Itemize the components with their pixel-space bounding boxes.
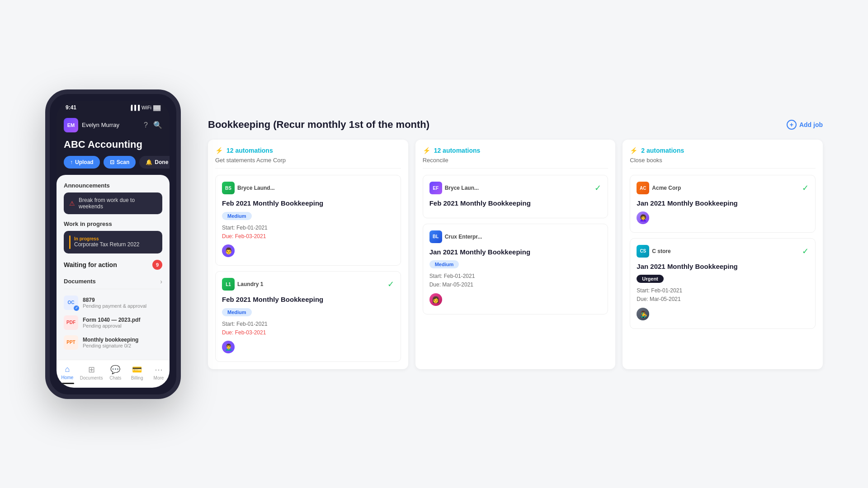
documents-label: Documents <box>64 278 96 285</box>
nav-more[interactable]: ⋯ More <box>150 365 168 384</box>
job-title-ef-feb: Feb 2021 Monthly Bookkeeping <box>429 199 602 208</box>
client-avatar-l1: L1 <box>222 278 235 291</box>
job-card-bryce-feb[interactable]: BS Bryce Laund... Feb 2021 Monthly Bookk… <box>215 175 401 266</box>
work-item-card[interactable]: In progress Corporate Tax Return 2022 <box>64 231 162 253</box>
doc-item-monthly-bookkeeping[interactable]: PPT Monthly bookkeeping Pending signatur… <box>64 333 162 352</box>
waiting-count-badge: 9 <box>152 260 162 270</box>
job-due-date-overdue: Due: Feb-03-2021 <box>222 232 394 241</box>
job-start-date-bl: Start: Feb-01-2021 <box>429 272 602 281</box>
priority-badge-medium-l1: Medium <box>222 308 252 316</box>
chats-icon: 💬 <box>110 365 120 375</box>
nav-billing-label: Billing <box>131 375 143 380</box>
job-card-bl-jan[interactable]: BL Crux Enterpr... Jan 2021 Monthly Book… <box>423 224 609 314</box>
work-section-title: Work in progress <box>64 221 162 227</box>
app-title: ABC Accounting <box>57 137 170 156</box>
work-item-name: Corporate Tax Return 2022 <box>74 241 157 248</box>
billing-icon: 💳 <box>132 365 142 375</box>
doc-status-form1040: Pending approval <box>83 323 162 328</box>
panel-title: Bookkeeping (Recur monthly 1st of the mo… <box>208 119 429 131</box>
job-title-laundry1-feb: Feb 2021 Monthly Bookkeeping <box>222 295 394 304</box>
documents-section-row[interactable]: Documents › <box>64 274 162 289</box>
battery-icon: ▓▓ <box>153 105 160 110</box>
waiting-title: Waiting for action <box>64 261 117 268</box>
automation-count-col1: 12 automations <box>226 147 273 154</box>
automation-count-col2: 12 automations <box>434 147 481 154</box>
job-title-bryce-feb: Feb 2021 Monthly Bookkeeping <box>222 199 394 208</box>
client-name-bl: Crux Enterpr... <box>445 234 482 240</box>
nav-chats[interactable]: 💬 Chats <box>106 365 124 384</box>
doc-name-8879: 8879 <box>83 297 162 303</box>
nav-home[interactable]: ⌂ Home <box>58 365 76 384</box>
priority-badge-urgent-cs: Urgent <box>637 275 663 283</box>
bookkeeping-panel: Bookkeeping (Recur monthly 1st of the mo… <box>208 119 823 369</box>
nav-more-label: More <box>154 375 164 380</box>
completed-check-icon-ef: ✓ <box>594 183 601 193</box>
job-start-date: Start: Feb-01-2021 <box>222 224 394 232</box>
nav-documents[interactable]: ⊞ Documents <box>80 365 103 384</box>
job-due-date-cs: Due: Mar-05-2021 <box>637 295 809 304</box>
column-close-books: ⚡ 2 automations Close books AC Acme Corp… <box>623 140 823 369</box>
job-card-laundry1-feb[interactable]: L1 Laundry 1 ✓ Feb 2021 Monthly Bookkeep… <box>215 271 401 362</box>
completed-check-icon-ac: ✓ <box>802 183 809 193</box>
column-subtitle-col1: Get statements Acme Corp <box>215 157 401 169</box>
client-name-bs: Bryce Laund... <box>237 185 275 191</box>
completed-check-icon-cs: ✓ <box>802 246 809 256</box>
upload-icon: ↑ <box>70 159 73 165</box>
home-icon: ⌂ <box>65 365 70 374</box>
assignee-avatar-cs: 👨‍🎤 <box>637 308 649 320</box>
work-status-label: In progress <box>74 236 157 241</box>
client-avatar-bs: BS <box>222 182 235 194</box>
add-job-button[interactable]: + Add job <box>787 120 823 130</box>
lightning-icon-col2: ⚡ <box>423 147 430 154</box>
wifi-icon: WiFi <box>142 105 151 110</box>
client-avatar-ef: EF <box>429 182 442 194</box>
job-card-cs-jan[interactable]: CS C store ✓ Jan 2021 Monthly Bookkeepin… <box>630 238 816 329</box>
scan-icon: ⊡ <box>110 159 114 165</box>
phone-time: 9:41 <box>66 104 76 111</box>
client-name-l1: Laundry 1 <box>237 281 263 287</box>
search-icon[interactable]: 🔍 <box>153 121 162 129</box>
upload-button[interactable]: ↑ Upload <box>64 156 100 169</box>
phone-mockup: 9:41 ▐▐▐ WiFi ▓▓ EM Evelyn Murray <box>45 89 181 399</box>
work-status-indicator <box>69 235 71 249</box>
client-name-ef: Bryce Laun... <box>445 185 479 191</box>
bottom-nav: ⌂ Home ⊞ Documents 💬 Chats 💳 Billin <box>57 360 170 388</box>
job-title-ac-jan: Jan 2021 Monthly Bookkeeping <box>637 199 809 208</box>
documents-nav-icon: ⊞ <box>88 365 95 375</box>
nav-billing[interactable]: 💳 Billing <box>128 365 146 384</box>
scan-button[interactable]: ⊡ Scan <box>104 156 136 169</box>
column-get-statements: ⚡ 12 automations Get statements Acme Cor… <box>208 140 408 369</box>
job-title-bl-jan: Jan 2021 Monthly Bookkeeping <box>429 248 602 257</box>
nav-home-label: Home <box>61 375 74 380</box>
help-icon[interactable]: ? <box>144 121 148 129</box>
job-start-date-cs: Start: Feb-01-2021 <box>637 286 809 295</box>
job-card-ac-jan[interactable]: AC Acme Corp ✓ Jan 2021 Monthly Bookkeep… <box>630 175 816 233</box>
column-subtitle-col2: Reconcile <box>423 157 609 169</box>
assignee-avatar-1: 👨 <box>222 244 235 257</box>
assignee-avatar-bl: 👩 <box>429 293 442 306</box>
job-due-date-bl: Due: Mar-05-2021 <box>429 281 602 289</box>
done-uploading-button[interactable]: 🔔 Done uploading <box>139 156 170 169</box>
doc-icon-form1040: PDF <box>64 315 78 330</box>
add-job-icon: + <box>787 120 797 130</box>
doc-icon-8879: OC ✓ <box>64 296 78 310</box>
job-title-cs-jan: Jan 2021 Monthly Bookkeeping <box>637 262 809 271</box>
nav-documents-label: Documents <box>80 375 103 380</box>
announcement-card: ⚠ Break from work due to weekends <box>64 192 162 214</box>
add-job-label: Add job <box>799 121 823 128</box>
priority-badge-medium-bl: Medium <box>429 260 459 268</box>
documents-chevron-icon: › <box>160 278 162 285</box>
announcements-title: Announcements <box>64 182 162 189</box>
lightning-icon-col3: ⚡ <box>630 147 637 154</box>
doc-item-8879[interactable]: OC ✓ 8879 Pending payment & approval <box>64 293 162 313</box>
user-avatar: EM <box>64 118 78 132</box>
doc-item-form1040[interactable]: PDF Form 1040 — 2023.pdf Pending approva… <box>64 313 162 333</box>
client-name-ac: Acme Corp <box>652 185 681 191</box>
client-avatar-ac: AC <box>637 182 649 194</box>
doc-name-form1040: Form 1040 — 2023.pdf <box>83 317 162 323</box>
job-card-ef-feb[interactable]: EF Bryce Laun... ✓ Feb 2021 Monthly Book… <box>423 175 609 218</box>
columns-grid: ⚡ 12 automations Get statements Acme Cor… <box>208 140 823 369</box>
assignee-avatar-ac: 👩‍🦱 <box>637 211 649 224</box>
nav-chats-label: Chats <box>109 375 121 380</box>
lightning-icon-col1: ⚡ <box>215 147 223 154</box>
